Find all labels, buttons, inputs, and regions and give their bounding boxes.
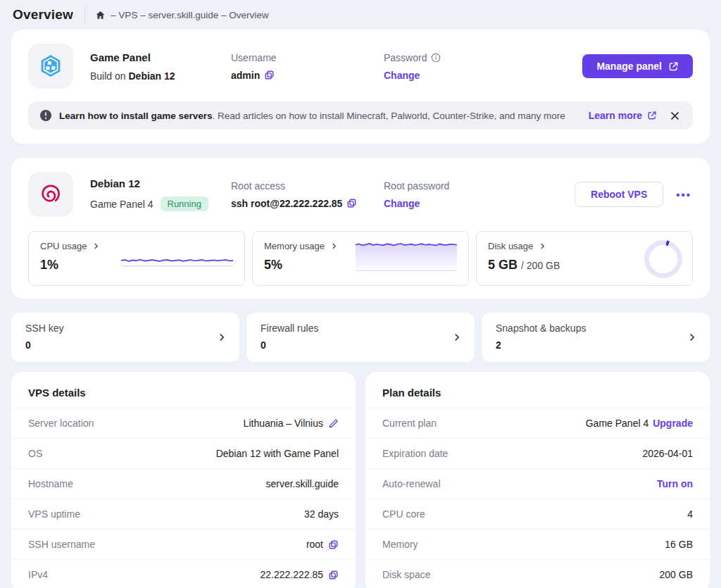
table-row: Hostname server.skill.guide xyxy=(11,468,356,499)
password-label: Password xyxy=(384,52,427,63)
plan-details-card: Plan details Current plan Game Panel 4 U… xyxy=(365,372,710,588)
current-plan-value: Game Panel 4 xyxy=(586,418,649,429)
cpu-usage-sparkline xyxy=(121,249,233,273)
game-panel-logo-icon xyxy=(37,52,65,80)
username-value: admin xyxy=(231,70,260,81)
cpu-usage-link[interactable]: CPU usage xyxy=(40,241,100,251)
game-panel-title: Game Panel xyxy=(90,51,231,63)
ssh-key-count: 0 xyxy=(25,339,225,351)
vps-card: Debian 12 Game Panel 4 Running Root acce… xyxy=(11,158,710,299)
table-row: IPv4 22.222.222.85 xyxy=(11,559,356,588)
hostname-value: server.skill.guide xyxy=(266,478,339,489)
install-games-banner: Learn how to install game servers. Read … xyxy=(28,101,693,130)
game-panel-logo-tile xyxy=(28,44,73,89)
server-location-value: Lithuania – Vilnius xyxy=(244,418,323,429)
uptime-value: 32 days xyxy=(304,508,339,520)
copy-icon[interactable] xyxy=(328,570,339,580)
more-menu-button[interactable]: ••• xyxy=(675,186,693,204)
memory-usage-sparkline xyxy=(356,238,457,276)
external-link-icon xyxy=(647,111,657,120)
edit-icon[interactable] xyxy=(328,418,339,429)
cpu-usage-card: CPU usage 1% xyxy=(28,231,245,286)
ipv4-value: 22.222.222.85 xyxy=(260,569,323,580)
breadcrumb-text: – VPS – server.skill.guide – Overview xyxy=(111,10,268,20)
close-icon[interactable] xyxy=(668,109,682,123)
banner-text: Learn how to install game servers. Read … xyxy=(59,111,565,121)
copy-username-icon[interactable] xyxy=(264,70,275,80)
breadcrumb[interactable]: – VPS – server.skill.guide – Overview xyxy=(95,10,268,20)
snapshot-backups-count: 2 xyxy=(496,339,696,351)
expiration-date-value: 2026-04-01 xyxy=(642,448,693,459)
table-row: Auto-renewal Turn on xyxy=(365,468,710,499)
chevron-right-icon xyxy=(539,242,546,250)
change-password-link[interactable]: Change xyxy=(384,70,420,81)
table-row: Current plan Game Panel 4 Upgrade xyxy=(365,408,710,438)
disk-space-value: 200 GB xyxy=(660,569,693,580)
firewall-rules-card[interactable]: Firewall rules 0 xyxy=(246,313,475,362)
chevron-right-icon xyxy=(217,332,227,342)
chevron-right-icon xyxy=(452,332,462,342)
disk-usage-link[interactable]: Disk usage xyxy=(488,241,546,251)
reboot-vps-button[interactable]: Reboot VPS xyxy=(575,182,663,207)
password-info-icon[interactable] xyxy=(431,53,441,63)
copy-ssh-icon[interactable] xyxy=(346,198,357,208)
external-link-icon xyxy=(668,61,679,72)
disk-donut-chart xyxy=(644,240,682,278)
cpu-core-value: 4 xyxy=(687,508,693,520)
ssh-key-card[interactable]: SSH key 0 xyxy=(11,313,239,362)
home-icon[interactable] xyxy=(95,10,106,20)
status-badge: Running xyxy=(161,196,208,211)
chevron-right-icon xyxy=(687,332,697,342)
page-header: Overview – VPS – server.skill.guide – Ov… xyxy=(11,0,710,30)
manage-panel-button[interactable]: Manage panel xyxy=(582,54,693,78)
memory-usage-card: Memory usage 5% xyxy=(252,231,469,286)
table-row: VPS uptime 32 days xyxy=(11,499,356,529)
table-row: OS Debian 12 with Game Panel xyxy=(11,438,356,468)
disk-usage-card: Disk usage 5 GB / 200 GB xyxy=(476,231,693,286)
os-value: Debian 12 with Game Panel xyxy=(216,448,339,459)
vps-details-card: VPS details Server location Lithuania – … xyxy=(11,372,356,588)
username-label: Username xyxy=(231,52,384,63)
vps-plan-name: Game Panel 4 xyxy=(90,199,153,210)
root-password-label: Root password xyxy=(384,180,575,192)
memory-value: 16 GB xyxy=(665,539,693,550)
header-divider xyxy=(84,6,85,23)
ssh-username-value: root xyxy=(306,539,323,550)
debian-logo-icon xyxy=(37,181,64,208)
firewall-rules-count: 0 xyxy=(261,339,460,351)
learn-more-link[interactable]: Learn more xyxy=(589,110,657,121)
table-row: CPU core 4 xyxy=(365,499,710,529)
memory-usage-link[interactable]: Memory usage xyxy=(264,241,338,251)
snapshot-backups-card[interactable]: Snapshot & backups 2 xyxy=(482,313,710,362)
page-title: Overview xyxy=(13,7,73,23)
table-row: Server location Lithuania – Vilnius xyxy=(11,408,356,438)
chevron-right-icon xyxy=(330,242,338,250)
vps-overview-page: Overview – VPS – server.skill.guide – Ov… xyxy=(0,0,721,588)
root-access-value: ssh root@22.222.222.85 xyxy=(231,198,342,209)
disk-total: / 200 GB xyxy=(521,260,560,271)
vps-os-title: Debian 12 xyxy=(90,177,231,189)
table-row: Expiration date 2026-04-01 xyxy=(365,438,710,468)
quick-links-row: SSH key 0 Firewall rules 0 Snapshot & ba… xyxy=(11,313,710,362)
game-panel-card: Game Panel Build on Debian 12 Username a… xyxy=(11,30,710,144)
table-row: Memory 16 GB xyxy=(365,529,710,559)
plan-details-title: Plan details xyxy=(365,372,710,408)
vps-details-title: VPS details xyxy=(11,372,356,408)
alert-icon xyxy=(39,109,52,122)
upgrade-link[interactable]: Upgrade xyxy=(653,418,693,429)
root-access-label: Root access xyxy=(231,180,384,192)
debian-logo-tile xyxy=(28,172,73,217)
change-root-password-link[interactable]: Change xyxy=(384,198,420,209)
chevron-right-icon xyxy=(92,242,100,250)
game-panel-subtitle: Build on Debian 12 xyxy=(90,70,231,82)
turn-on-autorenewal-link[interactable]: Turn on xyxy=(657,478,693,489)
game-panel-os: Debian 12 xyxy=(128,70,175,82)
table-row: Disk space 200 GB xyxy=(365,559,710,588)
table-row: SSH username root xyxy=(11,529,356,559)
copy-icon[interactable] xyxy=(328,539,339,550)
